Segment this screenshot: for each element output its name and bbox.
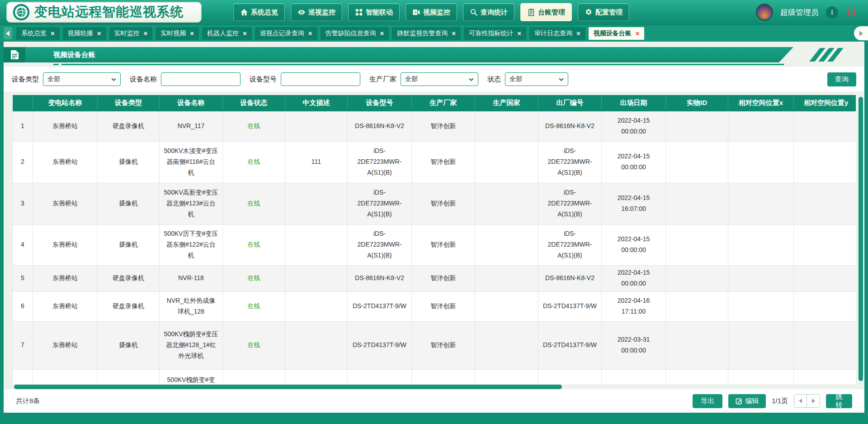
table-row[interactable]: 500KV槐荫变#变 bbox=[13, 369, 856, 384]
page-title-bar: 视频设备台账 bbox=[4, 47, 864, 62]
table-cell bbox=[538, 369, 602, 384]
table-cell bbox=[666, 141, 728, 183]
table-row[interactable]: 2东善桥站摄像机500KV木渎变#变压器南侧#116#云台机在线111iDS-2… bbox=[13, 141, 856, 183]
table-cell: 智洋创新 bbox=[412, 265, 475, 291]
table-cell: 500KV高新变#变压器北侧#123#云台机 bbox=[160, 183, 223, 224]
manufacturer-value: 全部 bbox=[405, 75, 418, 83]
table-cell bbox=[794, 111, 856, 141]
jump-button[interactable]: 跳转 bbox=[826, 394, 852, 408]
nav-button-label: 智能联动 bbox=[366, 8, 393, 17]
table-row[interactable]: 5东善桥站硬盘录像机NVR-118在线DS-8616N-K8-V2智洋创新DS-… bbox=[13, 265, 856, 291]
tab[interactable]: 告警缺陷信息查询× bbox=[321, 27, 389, 40]
info-icon[interactable] bbox=[826, 6, 838, 19]
column-header: 出场日期 bbox=[602, 95, 666, 111]
user-name: 超级管理员 bbox=[780, 7, 819, 18]
tab-close-icon[interactable]: × bbox=[517, 30, 521, 37]
nav-button[interactable]: 台账管理 bbox=[520, 3, 572, 21]
table-cell: 智洋创新 bbox=[412, 291, 475, 321]
main-nav: 系统总览巡视监控智能联动视频监控查询统计台账管理配置管理 bbox=[233, 3, 629, 21]
table-cell bbox=[794, 321, 856, 369]
table-row[interactable]: 4东善桥站摄像机500KV历下变#变压器东侧#122#云台机在线iDS-2DE7… bbox=[13, 224, 856, 265]
horizontal-scrollbar-thumb[interactable] bbox=[14, 385, 562, 389]
tab-close-icon[interactable]: × bbox=[308, 30, 312, 37]
tab[interactable]: 实时监控× bbox=[109, 27, 153, 40]
tab-close-icon[interactable]: × bbox=[636, 30, 640, 37]
edit-button[interactable]: 编辑 bbox=[728, 394, 766, 408]
device-type-select[interactable]: 全部 bbox=[43, 72, 121, 86]
table-row[interactable]: 6东善桥站硬盘录像机NVR_红外热成像球机_128在线DS-2TD4137T-9… bbox=[13, 291, 856, 321]
tab-close-icon[interactable]: × bbox=[144, 30, 148, 37]
table-row[interactable]: 1东善桥站硬盘录像机NVR_117在线DS-8616N-K8-V2智洋创新DS-… bbox=[13, 111, 856, 141]
export-button[interactable]: 导出 bbox=[693, 394, 722, 408]
device-type-label: 设备类型 bbox=[12, 75, 39, 84]
tab[interactable]: 审计日志查询× bbox=[529, 27, 585, 40]
nav-button[interactable]: 视频监控 bbox=[406, 3, 457, 21]
tab[interactable]: 可靠性指标统计× bbox=[464, 27, 526, 40]
tab[interactable]: 机器人监控× bbox=[202, 27, 252, 40]
table-cell: 摄像机 bbox=[98, 224, 160, 265]
status-select[interactable]: 全部 bbox=[505, 72, 568, 86]
tab-label: 视频设备台账 bbox=[594, 29, 632, 38]
table-cell: DS-8616N-K8-V2 bbox=[348, 265, 412, 291]
tab[interactable]: 巡视点记录查询× bbox=[255, 27, 317, 40]
power-logout-icon[interactable] bbox=[845, 6, 857, 18]
tab[interactable]: 静默监视告警查询× bbox=[392, 27, 461, 40]
table-cell: iDS-2DE7223MWR-A(S1)(B) bbox=[538, 183, 602, 224]
table-row[interactable]: 7东善桥站摄像机500KV槐荫变#变压器北侧#128_1#红外光球机在线DS-2… bbox=[13, 321, 856, 369]
table-cell: 2022-03-31 00:00:00 bbox=[602, 321, 666, 369]
vertical-scrollbar-thumb[interactable] bbox=[859, 97, 863, 381]
table-cell: 7 bbox=[13, 321, 33, 369]
device-name-input[interactable] bbox=[161, 72, 241, 86]
chevron-down-icon bbox=[559, 78, 564, 81]
table-cell: 500KV槐荫变#变 bbox=[160, 369, 223, 384]
nav-button[interactable]: 系统总览 bbox=[233, 3, 285, 21]
tab-label: 告警缺陷信息查询 bbox=[326, 29, 376, 38]
table-cell: 500KV槐荫变#变压器北侧#128_1#红外光球机 bbox=[160, 321, 223, 369]
table-cell: iDS-2DE7223MWR-A(S1)(B) bbox=[538, 141, 602, 183]
table-cell bbox=[666, 183, 728, 224]
tab-label: 静默监视告警查询 bbox=[397, 29, 448, 38]
tab[interactable]: 视频轮播× bbox=[63, 27, 106, 40]
title-underline bbox=[61, 64, 784, 65]
tab-close-icon[interactable]: × bbox=[190, 30, 194, 37]
table-cell bbox=[728, 111, 794, 141]
manufacturer-select[interactable]: 全部 bbox=[401, 72, 478, 86]
tabs-scroll-left-icon[interactable] bbox=[4, 27, 12, 39]
tab-close-icon[interactable]: × bbox=[576, 30, 580, 37]
app-logo: 变电站远程智能巡视系统 bbox=[6, 2, 202, 23]
status-cell: 在线 bbox=[223, 111, 285, 141]
table-cell bbox=[475, 111, 538, 141]
tab[interactable]: 系统总览× bbox=[16, 27, 60, 40]
table-cell bbox=[285, 369, 348, 384]
table-cell: 东善桥站 bbox=[33, 291, 98, 321]
status-cell: 在线 bbox=[223, 141, 285, 183]
nav-button-label: 视频监控 bbox=[423, 8, 450, 17]
tab-close-icon[interactable]: × bbox=[380, 30, 384, 37]
table-cell bbox=[13, 369, 33, 384]
prev-page-icon[interactable] bbox=[794, 395, 807, 407]
nav-button[interactable]: 配置管理 bbox=[578, 3, 629, 21]
tab-label: 巡视点记录查询 bbox=[260, 29, 304, 38]
tabs-scroll-right-icon[interactable] bbox=[854, 26, 868, 40]
device-model-input[interactable] bbox=[281, 72, 360, 86]
next-page-icon[interactable] bbox=[807, 395, 820, 407]
tab-close-icon[interactable]: × bbox=[97, 30, 101, 37]
search-button[interactable]: 查询 bbox=[827, 72, 856, 86]
device-table-zone: 变电站名称设备类型设备名称设备状态中文描述设备型号生产厂家生产国家出厂编号出场日… bbox=[12, 95, 856, 384]
avatar[interactable] bbox=[756, 4, 773, 21]
edit-pencil-icon bbox=[736, 398, 742, 405]
tab-close-icon[interactable]: × bbox=[51, 30, 55, 37]
nav-button[interactable]: 查询统计 bbox=[463, 3, 514, 21]
table-cell: 摄像机 bbox=[98, 321, 160, 369]
status-label: 状态 bbox=[487, 75, 501, 84]
tab-close-icon[interactable]: × bbox=[452, 30, 456, 37]
table-cell bbox=[666, 224, 728, 265]
table-cell: 2022-04-15 00:00:00 bbox=[602, 265, 666, 291]
tab[interactable]: 实时视频× bbox=[156, 27, 199, 40]
tab[interactable]: 视频设备台账× bbox=[589, 27, 645, 40]
nav-button[interactable]: 巡视监控 bbox=[291, 3, 342, 21]
tab-close-icon[interactable]: × bbox=[243, 30, 247, 37]
table-row[interactable]: 3东善桥站摄像机500KV高新变#变压器北侧#123#云台机在线iDS-2DE7… bbox=[13, 183, 856, 224]
nav-button[interactable]: 智能联动 bbox=[348, 3, 400, 21]
table-cell: DS-2TD4137T-9/W bbox=[348, 321, 412, 369]
